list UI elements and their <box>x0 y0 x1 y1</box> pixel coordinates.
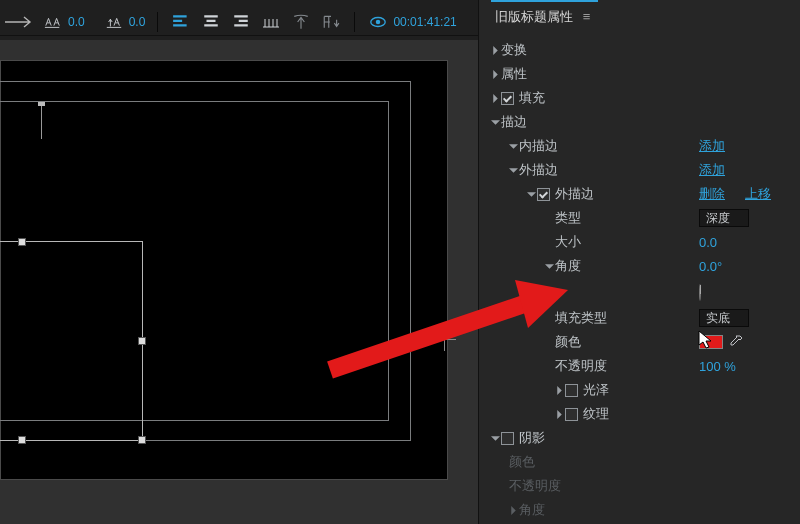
row-shadow-opacity: 不透明度 <box>491 474 800 498</box>
row-shadow-color: 颜色 <box>491 450 800 474</box>
section-properties[interactable]: 属性 <box>491 62 800 86</box>
timecode-group: 00:01:41:21 <box>367 13 456 31</box>
resize-handle[interactable] <box>138 337 146 345</box>
texture-label: 纹理 <box>583 405 609 423</box>
chevron-right-icon <box>491 67 501 82</box>
arrow-tool-icon[interactable] <box>4 13 34 31</box>
visibility-icon[interactable] <box>367 13 389 31</box>
move-up-link[interactable]: 上移 <box>745 185 771 203</box>
toolbar: 0.0 0.0 00:01:41:21 <box>0 8 478 36</box>
timecode-value[interactable]: 00:01:41:21 <box>393 15 456 29</box>
kerning-value[interactable]: 0.0 <box>68 15 85 29</box>
shadow-opacity-label: 不透明度 <box>509 477 561 495</box>
row-outer-stroke-group[interactable]: 外描边 添加 <box>491 158 800 182</box>
angle-label: 角度 <box>555 257 581 275</box>
eyedropper-icon[interactable] <box>729 335 743 349</box>
title-text[interactable]: 静 <box>0 252 42 382</box>
row-fill-type: 填充类型 实底 <box>491 306 800 330</box>
row-sheen[interactable]: 光泽 <box>491 378 800 402</box>
sheen-label: 光泽 <box>583 381 609 399</box>
delete-outer-stroke-link[interactable]: 删除 <box>699 185 725 203</box>
resize-handle[interactable] <box>18 238 26 246</box>
resize-handle[interactable] <box>138 436 146 444</box>
fill-type-select[interactable]: 实底 <box>699 309 749 327</box>
kerning-group: 0.0 <box>42 13 85 31</box>
stroke-opacity-value[interactable]: 100 % <box>699 359 736 374</box>
title-bounding-box[interactable]: 静 <box>0 241 143 441</box>
transform-label: 变换 <box>501 41 527 59</box>
svg-point-1 <box>376 19 381 24</box>
row-stroke-size: 大小 0.0 <box>491 230 800 254</box>
para-before-icon[interactable] <box>290 13 312 31</box>
add-outer-stroke-link[interactable]: 添加 <box>699 161 725 179</box>
stroke-size-value[interactable]: 0.0 <box>699 235 717 250</box>
chevron-right-icon <box>555 383 565 398</box>
section-fill[interactable]: 填充 <box>491 86 800 110</box>
chevron-down-icon <box>509 139 519 154</box>
chevron-down-icon <box>491 431 501 446</box>
chevron-right-icon <box>555 407 565 422</box>
row-stroke-angle[interactable]: 角度 0.0° <box>491 254 800 278</box>
align-left-icon[interactable] <box>170 13 192 31</box>
stroke-angle-value[interactable]: 0.0° <box>699 259 722 274</box>
panel-title-label: 旧版标题属性 <box>495 9 573 24</box>
color-swatch[interactable] <box>699 335 723 349</box>
divider <box>157 12 158 32</box>
row-stroke-type: 类型 深度 <box>491 206 800 230</box>
fill-checkbox[interactable] <box>501 92 514 105</box>
chevron-right-icon <box>509 503 519 518</box>
section-shadow[interactable]: 阴影 <box>491 426 800 450</box>
texture-checkbox[interactable] <box>565 408 578 421</box>
row-outer-stroke-item[interactable]: 外描边 删除 上移 <box>491 182 800 206</box>
color-label: 颜色 <box>555 333 581 351</box>
baseline-group: 0.0 <box>103 13 146 31</box>
stroke-label: 描边 <box>501 113 527 131</box>
size-label: 大小 <box>555 233 581 251</box>
row-stroke-color: 颜色 <box>491 330 800 354</box>
section-transform[interactable]: 变换 <box>491 38 800 62</box>
chevron-right-icon <box>491 43 501 58</box>
para-after-icon[interactable] <box>320 13 342 31</box>
tab-stops-icon[interactable] <box>260 13 282 31</box>
properties-label: 属性 <box>501 65 527 83</box>
inner-stroke-label: 内描边 <box>519 137 558 155</box>
shadow-angle-label: 角度 <box>519 501 545 519</box>
chevron-down-icon <box>545 259 555 274</box>
outer-stroke-label: 外描边 <box>519 161 558 179</box>
outer-stroke-checkbox[interactable] <box>537 188 550 201</box>
chevron-down-icon <box>509 163 519 178</box>
shadow-checkbox[interactable] <box>501 432 514 445</box>
stroke-type-select[interactable]: 深度 <box>699 209 749 227</box>
properties-panel: 旧版标题属性 ≡ 变换 属性 填充 描边 内描边 添加 <box>478 0 800 524</box>
va-kerning-icon[interactable] <box>42 13 64 31</box>
fill-label: 填充 <box>519 89 545 107</box>
add-inner-stroke-link[interactable]: 添加 <box>699 137 725 155</box>
angle-dial[interactable] <box>699 284 701 301</box>
canvas-area: 静 <box>0 40 478 524</box>
row-inner-stroke[interactable]: 内描边 添加 <box>491 134 800 158</box>
shadow-label: 阴影 <box>519 429 545 447</box>
section-stroke[interactable]: 描边 <box>491 110 800 134</box>
chevron-down-icon <box>527 187 537 202</box>
baseline-value[interactable]: 0.0 <box>129 15 146 29</box>
type-label: 类型 <box>555 209 581 227</box>
chevron-down-icon <box>491 115 501 130</box>
row-angle-dial <box>491 278 800 306</box>
row-stroke-opacity: 不透明度 100 % <box>491 354 800 378</box>
chevron-right-icon <box>491 91 501 106</box>
align-center-icon[interactable] <box>200 13 222 31</box>
panel-title[interactable]: 旧版标题属性 ≡ <box>491 0 598 32</box>
sheen-checkbox[interactable] <box>565 384 578 397</box>
fill-type-label: 填充类型 <box>555 309 607 327</box>
row-texture[interactable]: 纹理 <box>491 402 800 426</box>
resize-handle[interactable] <box>18 436 26 444</box>
outer-stroke-item-label: 外描边 <box>555 185 594 203</box>
panel-menu-icon[interactable]: ≡ <box>583 9 591 24</box>
shadow-color-label: 颜色 <box>509 453 535 471</box>
row-shadow-angle: 角度 <box>491 498 800 522</box>
align-right-icon[interactable] <box>230 13 252 31</box>
baseline-shift-icon[interactable] <box>103 13 125 31</box>
opacity-label: 不透明度 <box>555 357 607 375</box>
divider <box>354 12 355 32</box>
canvas[interactable]: 静 <box>0 60 448 480</box>
